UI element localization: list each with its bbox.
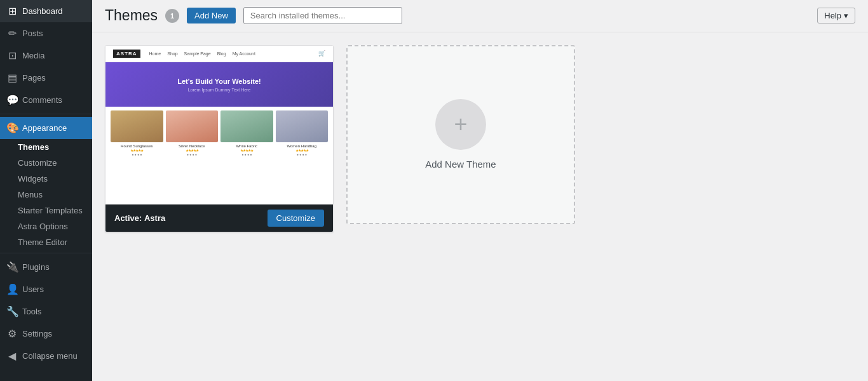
product-price-4: ● ● ● ● <box>297 152 307 156</box>
theme-count-badge: 1 <box>165 9 179 23</box>
help-button[interactable]: Help ▾ <box>817 8 855 23</box>
settings-icon: ⚙ <box>6 328 18 340</box>
appearance-submenu: Themes Customize Widgets Menus Starter T… <box>0 139 92 250</box>
astra-logo: ASTRA <box>113 50 140 58</box>
sidebar-item-astra-options[interactable]: Astra Options <box>0 218 92 234</box>
sidebar-item-menus[interactable]: Menus <box>0 187 92 203</box>
product-price-1: ● ● ● ● <box>132 152 142 156</box>
product-stars-4: ★★★★★ <box>295 148 308 152</box>
astra-hero: Let's Build Your Website! Lorem Ipsum Du… <box>105 62 333 107</box>
appearance-icon: 🎨 <box>6 122 18 134</box>
sidebar-item-themes[interactable]: Themes <box>0 139 92 155</box>
astra-nav: ASTRA Home Shop Sample Page Blog My Acco… <box>105 46 333 62</box>
sidebar-item-label: Comments <box>22 95 62 105</box>
sidebar-item-tools[interactable]: 🔧 Tools <box>0 300 92 323</box>
product-4: Women Handbag ★★★★★ ● ● ● ● <box>276 110 329 201</box>
collapse-icon: ◀ <box>6 350 18 362</box>
theme-card-astra: ASTRA Home Shop Sample Page Blog My Acco… <box>105 45 334 232</box>
product-price-2: ● ● ● ● <box>187 152 197 156</box>
sidebar-item-label: Media <box>22 51 44 60</box>
main-content: Themes 1 Add New Help ▾ ASTRA Home Shop <box>92 0 868 381</box>
sidebar-item-posts[interactable]: ✏ Posts <box>0 22 92 44</box>
product-image-3 <box>220 110 273 142</box>
sidebar-item-media[interactable]: ⊡ Media <box>0 44 92 67</box>
active-theme-label: Active: Astra <box>114 213 165 223</box>
product-image-4 <box>276 110 329 142</box>
sidebar-item-collapse[interactable]: ◀ Collapse menu <box>0 345 92 367</box>
pages-icon: ▤ <box>6 72 18 84</box>
product-stars-1: ★★★★★ <box>130 148 143 152</box>
tools-icon: 🔧 <box>6 305 18 318</box>
sidebar-item-label: Posts <box>22 29 43 38</box>
product-image-2 <box>166 110 219 142</box>
add-new-button[interactable]: Add New <box>187 8 236 23</box>
page-header: Themes 1 Add New Help ▾ <box>92 0 868 32</box>
sidebar-item-label: Plugins <box>22 262 50 272</box>
users-icon: 👤 <box>6 283 18 295</box>
page-title: Themes <box>105 6 158 25</box>
sidebar-item-theme-editor[interactable]: Theme Editor <box>0 234 92 250</box>
product-stars-2: ★★★★★ <box>186 148 198 152</box>
media-icon: ⊡ <box>6 50 18 62</box>
hero-subtitle: Lorem Ipsum Dummy Text Here <box>188 88 251 92</box>
sidebar-item-users[interactable]: 👤 Users <box>0 278 92 300</box>
sidebar-item-pages[interactable]: ▤ Pages <box>0 67 92 89</box>
help-label: Help <box>824 11 841 20</box>
search-input[interactable] <box>243 7 402 24</box>
sidebar-item-appearance[interactable]: 🎨 Appearance <box>0 117 92 139</box>
sidebar-item-widgets[interactable]: Widgets <box>0 171 92 187</box>
sidebar-item-comments[interactable]: 💬 Comments <box>0 89 92 111</box>
plugins-icon: 🔌 <box>6 261 18 273</box>
add-theme-label: Add New Theme <box>425 159 496 170</box>
sidebar-item-starter-templates[interactable]: Starter Templates <box>0 203 92 218</box>
chevron-down-icon: ▾ <box>844 11 848 20</box>
add-new-theme-card[interactable]: + Add New Theme <box>346 45 575 224</box>
sidebar-item-plugins[interactable]: 🔌 Plugins <box>0 256 92 278</box>
sidebar-item-label: Dashboard <box>22 6 63 16</box>
astra-products: Round Sunglasses ★★★★★ ● ● ● ● Silver Ne… <box>105 107 333 204</box>
product-2: Silver Necklace ★★★★★ ● ● ● ● <box>166 110 219 201</box>
plus-icon: + <box>435 99 486 150</box>
theme-footer: Active: Astra Customize <box>105 204 333 232</box>
sidebar-item-customize[interactable]: Customize <box>0 155 92 171</box>
product-image-1 <box>111 110 163 142</box>
sidebar-item-label: Tools <box>22 307 41 316</box>
dashboard-icon: ⊞ <box>6 5 18 17</box>
comments-icon: 💬 <box>6 94 18 106</box>
astra-preview: ASTRA Home Shop Sample Page Blog My Acco… <box>105 46 333 204</box>
sidebar-item-dashboard[interactable]: ⊞ Dashboard <box>0 0 92 22</box>
astra-nav-links: Home Shop Sample Page Blog My Account <box>149 51 255 56</box>
sidebar-item-label: Appearance <box>22 123 67 133</box>
sidebar-item-label: Pages <box>22 73 46 83</box>
sidebar-item-label: Collapse menu <box>22 351 78 361</box>
posts-icon: ✏ <box>6 27 18 39</box>
sidebar-item-label: Settings <box>22 329 52 338</box>
customize-button[interactable]: Customize <box>268 210 324 227</box>
cart-icon: 🛒 <box>318 50 325 57</box>
sidebar-item-settings[interactable]: ⚙ Settings <box>0 323 92 345</box>
sidebar: ⊞ Dashboard ✏ Posts ⊡ Media ▤ Pages 💬 Co… <box>0 0 92 381</box>
theme-preview-astra: ASTRA Home Shop Sample Page Blog My Acco… <box>105 46 333 204</box>
product-stars-3: ★★★★★ <box>240 148 253 152</box>
themes-grid: ASTRA Home Shop Sample Page Blog My Acco… <box>92 32 868 245</box>
product-3: White Fabric ★★★★★ ● ● ● ● <box>220 110 273 201</box>
product-1: Round Sunglasses ★★★★★ ● ● ● ● <box>111 110 163 201</box>
product-price-3: ● ● ● ● <box>241 152 252 156</box>
hero-title: Let's Build Your Website! <box>177 77 261 86</box>
sidebar-item-label: Users <box>22 284 44 294</box>
